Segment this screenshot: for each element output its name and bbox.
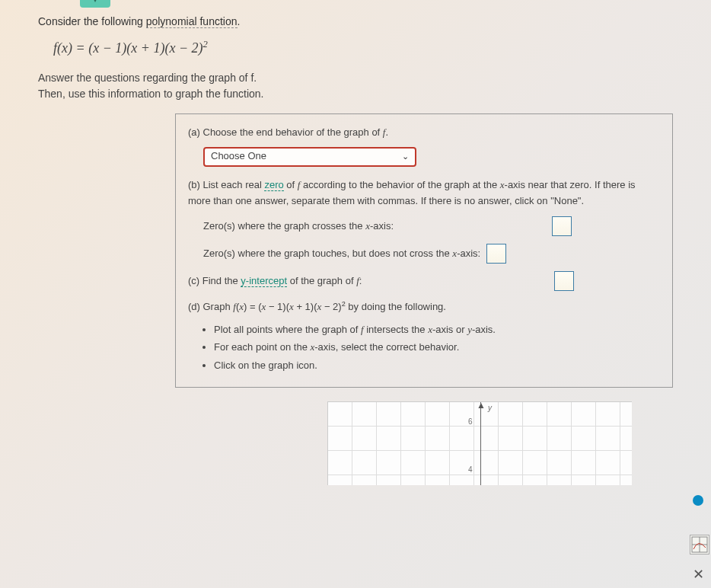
touches-label: Zero(s) where the graph touches, but doe… bbox=[203, 246, 480, 262]
question-box: (a) Choose the end behavior of the graph… bbox=[175, 113, 673, 388]
part-b-label: (b) List each real zero of f according t… bbox=[188, 177, 660, 209]
tick-6: 6 bbox=[468, 417, 473, 426]
crosses-label: Zero(s) where the graph crosses the x-ax… bbox=[203, 219, 394, 235]
bullet-2: For each point on the x-axis, select the… bbox=[214, 340, 660, 356]
intro-text: Consider the following polynomial functi… bbox=[38, 15, 673, 27]
graph-canvas[interactable]: ▲ y 6 4 bbox=[327, 401, 632, 485]
polynomial-link[interactable]: polynomial function bbox=[146, 15, 238, 28]
bullet-3: Click on the graph icon. bbox=[214, 358, 660, 374]
y-axis bbox=[480, 402, 481, 485]
chevron-down-icon: ⌄ bbox=[402, 150, 409, 164]
y-intercept-link[interactable]: y-intercept bbox=[241, 275, 287, 287]
dropdown-text: Choose One bbox=[211, 149, 266, 165]
bullet-1: Plot all points where the graph of f int… bbox=[214, 322, 660, 338]
y-intercept-input[interactable] bbox=[554, 271, 574, 291]
tool-panel: ✕ bbox=[690, 171, 706, 583]
part-d-bullets: Plot all points where the graph of f int… bbox=[214, 322, 660, 374]
main-equation: f(x) = (x − 1)(x + 1)(x − 2)2 bbox=[53, 39, 673, 56]
part-d-label: (d) Graph f(x) = (x − 1)(x + 1)(x − 2)2 … bbox=[188, 299, 660, 315]
zero-term-link[interactable]: zero bbox=[264, 179, 283, 191]
arrow-up-icon: ▲ bbox=[477, 400, 486, 411]
dropdown-tab[interactable]: ▾ bbox=[80, 0, 110, 8]
y-axis-label: y bbox=[488, 404, 492, 412]
end-behavior-dropdown[interactable]: Choose One ⌄ bbox=[203, 147, 416, 167]
crosses-input[interactable] bbox=[552, 216, 572, 236]
instruction-line1: Answer the questions regarding the graph… bbox=[38, 72, 257, 84]
intro-post: . bbox=[238, 15, 241, 27]
crosses-row: Zero(s) where the graph crosses the x-ax… bbox=[203, 216, 660, 236]
instruction-line2: Then, use this information to graph the … bbox=[38, 88, 264, 100]
tick-4: 4 bbox=[468, 465, 473, 474]
part-a-label: (a) Choose the end behavior of the graph… bbox=[188, 125, 660, 141]
close-icon[interactable]: ✕ bbox=[690, 566, 706, 583]
intro-pre: Consider the following bbox=[38, 15, 146, 27]
touches-row: Zero(s) where the graph touches, but doe… bbox=[203, 244, 660, 264]
part-c-row: (c) Find the y-intercept of the graph of… bbox=[188, 271, 660, 291]
instructions-block: Answer the questions regarding the graph… bbox=[38, 70, 673, 102]
touches-input[interactable] bbox=[486, 244, 506, 264]
point-tool-icon[interactable] bbox=[693, 495, 703, 506]
part-c-label: (c) Find the y-intercept of the graph of… bbox=[188, 273, 362, 289]
pb-pre: (b) List each real bbox=[188, 179, 264, 190]
graph-tool-icon[interactable] bbox=[690, 535, 709, 554]
